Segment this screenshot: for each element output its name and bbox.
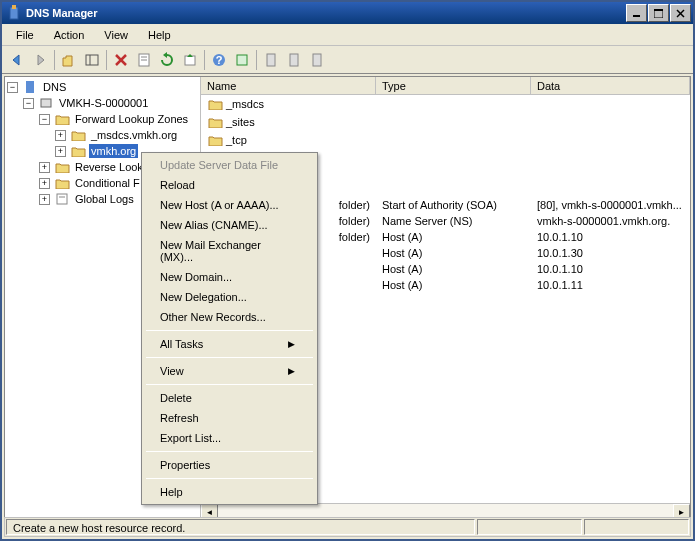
menu-action[interactable]: Action bbox=[44, 27, 95, 43]
svg-text:?: ? bbox=[216, 54, 223, 66]
zone-icon bbox=[70, 144, 86, 158]
folder-icon bbox=[207, 97, 223, 111]
cell-name: _tcp bbox=[226, 134, 247, 146]
folder-icon bbox=[54, 176, 70, 190]
menu-all-tasks[interactable]: All Tasks▶ bbox=[144, 334, 315, 354]
tree-toggle[interactable]: + bbox=[55, 130, 66, 141]
tree-toggle[interactable]: − bbox=[39, 114, 50, 125]
tree-toggle[interactable]: − bbox=[23, 98, 34, 109]
column-data[interactable]: Data bbox=[531, 77, 690, 94]
menu-properties[interactable]: Properties bbox=[144, 455, 315, 475]
properties-button[interactable] bbox=[133, 49, 155, 71]
tree-toggle[interactable]: − bbox=[7, 82, 18, 93]
menu-delete[interactable]: Delete bbox=[144, 388, 315, 408]
svg-rect-22 bbox=[41, 99, 51, 107]
tree-gl[interactable]: Global Logs bbox=[73, 192, 136, 206]
export-button[interactable] bbox=[179, 49, 201, 71]
svg-rect-23 bbox=[57, 194, 67, 204]
submenu-arrow-icon: ▶ bbox=[288, 366, 295, 376]
status-bar: Create a new host resource record. bbox=[4, 517, 691, 537]
cell-type: Start of Authority (SOA) bbox=[382, 199, 497, 211]
tree-server[interactable]: VMKH-S-0000001 bbox=[57, 96, 150, 110]
svg-rect-21 bbox=[26, 81, 34, 93]
up-button[interactable] bbox=[58, 49, 80, 71]
tree-toggle[interactable]: + bbox=[39, 194, 50, 205]
tree-cf[interactable]: Conditional F bbox=[73, 176, 142, 190]
tree-toggle[interactable]: + bbox=[55, 146, 66, 157]
toolbar: ? bbox=[2, 46, 693, 74]
show-hide-button[interactable] bbox=[81, 49, 103, 71]
menu-separator bbox=[146, 384, 313, 385]
help-button[interactable]: ? bbox=[208, 49, 230, 71]
cell-type: Name Server (NS) bbox=[382, 215, 472, 227]
menu-separator bbox=[146, 330, 313, 331]
minimize-button[interactable] bbox=[626, 4, 647, 22]
menu-new-domain[interactable]: New Domain... bbox=[144, 267, 315, 287]
cell-name: folder) bbox=[339, 215, 370, 227]
cell-type: Host (A) bbox=[382, 263, 422, 275]
menu-new-mx[interactable]: New Mail Exchanger (MX)... bbox=[144, 235, 315, 267]
list-button-1[interactable] bbox=[260, 49, 282, 71]
menu-new-alias[interactable]: New Alias (CNAME)... bbox=[144, 215, 315, 235]
folder-icon bbox=[54, 160, 70, 174]
window-title: DNS Manager bbox=[26, 7, 626, 19]
cell-data: 10.0.1.30 bbox=[537, 247, 583, 259]
list-item[interactable]: _sites bbox=[201, 113, 690, 131]
menu-new-delegation[interactable]: New Delegation... bbox=[144, 287, 315, 307]
menu-file[interactable]: File bbox=[6, 27, 44, 43]
status-text: Create a new host resource record. bbox=[6, 519, 475, 535]
tree-flz[interactable]: Forward Lookup Zones bbox=[73, 112, 190, 126]
svg-rect-18 bbox=[267, 54, 275, 66]
svg-rect-19 bbox=[290, 54, 298, 66]
folder-icon bbox=[207, 133, 223, 147]
menu-help[interactable]: Help bbox=[144, 482, 315, 502]
cell-type: Host (A) bbox=[382, 231, 422, 243]
menu-bar: File Action View Help bbox=[2, 24, 693, 46]
status-cell bbox=[477, 519, 582, 535]
column-type[interactable]: Type bbox=[376, 77, 531, 94]
cell-data: [80], vmkh-s-0000001.vmkh... bbox=[537, 199, 681, 211]
folder-icon bbox=[54, 112, 70, 126]
tree-zone-msdcs[interactable]: _msdcs.vmkh.org bbox=[89, 128, 179, 142]
cell-data: 10.0.1.10 bbox=[537, 263, 583, 275]
list-header: Name Type Data bbox=[201, 77, 690, 95]
close-button[interactable] bbox=[670, 4, 691, 22]
tree-toggle[interactable]: + bbox=[39, 178, 50, 189]
submenu-arrow-icon: ▶ bbox=[288, 339, 295, 349]
tree-rlz[interactable]: Reverse Look bbox=[73, 160, 145, 174]
svg-rect-1 bbox=[12, 5, 16, 9]
tree-zone-vmkh[interactable]: vmkh.org bbox=[89, 144, 138, 158]
list-item[interactable]: _msdcs bbox=[201, 95, 690, 113]
list-item[interactable]: _tcp bbox=[201, 131, 690, 149]
forward-button[interactable] bbox=[29, 49, 51, 71]
menu-new-host[interactable]: New Host (A or AAAA)... bbox=[144, 195, 315, 215]
menu-view[interactable]: View bbox=[94, 27, 138, 43]
column-name[interactable]: Name bbox=[201, 77, 376, 94]
tree-root[interactable]: DNS bbox=[41, 80, 68, 94]
delete-button[interactable] bbox=[110, 49, 132, 71]
menu-other-records[interactable]: Other New Records... bbox=[144, 307, 315, 327]
content-area: − DNS − VMKH-S-0000001 − Forward Lookup … bbox=[4, 76, 691, 521]
svg-rect-14 bbox=[185, 56, 195, 65]
refresh-button[interactable] bbox=[156, 49, 178, 71]
list-button-2[interactable] bbox=[283, 49, 305, 71]
title-bar: DNS Manager bbox=[2, 2, 693, 24]
menu-export[interactable]: Export List... bbox=[144, 428, 315, 448]
list-button-3[interactable] bbox=[306, 49, 328, 71]
server-icon bbox=[38, 96, 54, 110]
maximize-button[interactable] bbox=[648, 4, 669, 22]
menu-separator bbox=[146, 478, 313, 479]
menu-refresh[interactable]: Refresh bbox=[144, 408, 315, 428]
menu-help[interactable]: Help bbox=[138, 27, 181, 43]
logs-icon bbox=[54, 192, 70, 206]
filter-button[interactable] bbox=[231, 49, 253, 71]
back-button[interactable] bbox=[6, 49, 28, 71]
svg-rect-7 bbox=[86, 55, 98, 65]
status-cell bbox=[584, 519, 689, 535]
menu-separator bbox=[146, 451, 313, 452]
menu-view[interactable]: View▶ bbox=[144, 361, 315, 381]
menu-reload[interactable]: Reload bbox=[144, 175, 315, 195]
tree-toggle[interactable]: + bbox=[39, 162, 50, 173]
cell-name: _sites bbox=[226, 116, 255, 128]
cell-data: vmkh-s-0000001.vmkh.org. bbox=[537, 215, 670, 227]
